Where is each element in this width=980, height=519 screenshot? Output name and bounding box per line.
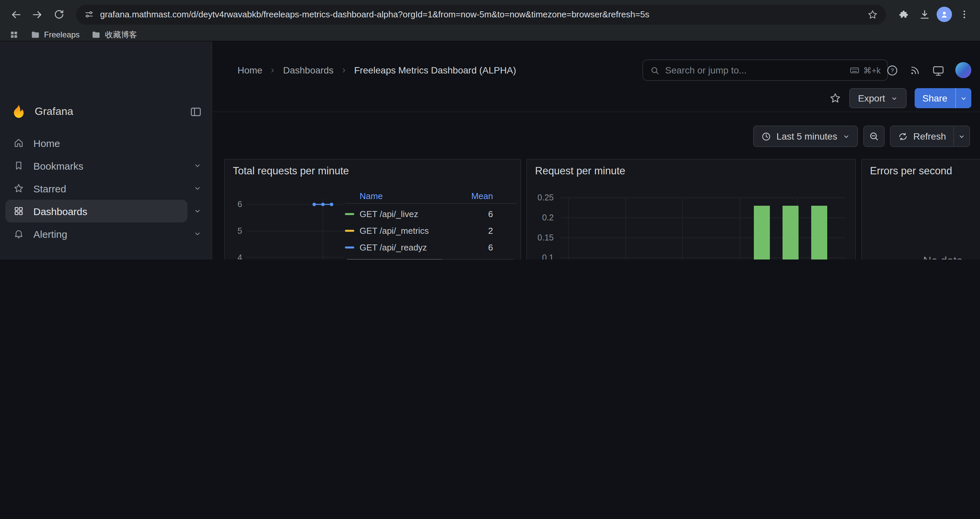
forward-button[interactable] <box>28 5 47 24</box>
series-mean: 6 <box>488 209 517 219</box>
browser-toolbar: grafana.mathmast.com/d/deytv4rwavabkb/fr… <box>0 0 980 29</box>
browser-menu-icon[interactable] <box>955 5 973 24</box>
expand-chevron-icon[interactable] <box>188 184 207 192</box>
export-label: Export <box>858 93 885 104</box>
downloads-icon[interactable] <box>915 5 934 24</box>
sidebar-item-alerting: Alerting <box>0 222 212 245</box>
bookmark-folder-blogs[interactable]: 收藏博客 <box>92 29 137 40</box>
series-name[interactable]: GET /api/_livez <box>360 209 418 219</box>
panel-request-per-minute: Request per minute 0.250.20.150.10.050 1… <box>527 159 856 260</box>
search-input[interactable]: Search or jump to... ⌘+k <box>643 59 888 81</box>
breadcrumb-home[interactable]: Home <box>237 65 262 75</box>
clock-icon <box>761 131 771 141</box>
grafana-sidebar: Grafana Home Bookmarks S <box>0 42 212 260</box>
news-rss-icon[interactable] <box>909 64 921 76</box>
share-menu-chevron[interactable] <box>955 88 971 108</box>
sidebar-item-label: Alerting <box>33 228 67 240</box>
series-swatch <box>345 213 354 215</box>
sidebar-link-starred[interactable]: Starred <box>5 177 188 200</box>
series-swatch <box>345 246 354 249</box>
breadcrumb: Home Dashboards Freeleaps Metrics Dashbo… <box>237 64 516 77</box>
share-split-button: Share <box>914 88 971 108</box>
sidebar-item-dashboards: Dashboards <box>0 200 212 222</box>
dock-menu-icon[interactable] <box>189 105 202 118</box>
share-button[interactable]: Share <box>914 88 955 108</box>
url-bar[interactable]: grafana.mathmast.com/d/deytv4rwavabkb/fr… <box>76 4 886 24</box>
sidebar-nav: Home Bookmarks Starred <box>0 132 212 245</box>
legend-header-mean[interactable]: Mean <box>471 191 517 201</box>
refresh-interval-chevron[interactable] <box>953 126 969 146</box>
expand-chevron-icon[interactable] <box>188 230 207 238</box>
sidebar-link-home[interactable]: Home <box>5 132 188 154</box>
help-icon[interactable] <box>886 64 899 77</box>
search-icon <box>650 65 660 75</box>
line-chart <box>245 193 345 260</box>
legend-row: GET /api/_readyz 6 <box>345 239 517 256</box>
brand-name: Grafana <box>35 105 73 118</box>
export-button[interactable]: Export <box>849 88 906 108</box>
url-text: grafana.mathmast.com/d/deytv4rwavabkb/fr… <box>100 10 861 19</box>
legend-scrollbar[interactable] <box>345 259 515 260</box>
kiosk-monitor-icon[interactable] <box>932 64 945 77</box>
sidebar-item-label: Starred <box>33 183 66 194</box>
panel-errors-per-second: Errors per second No data <box>861 159 980 260</box>
expand-chevron-icon[interactable] <box>188 207 207 215</box>
reload-button[interactable] <box>49 5 68 24</box>
browser-profile-avatar[interactable] <box>937 7 952 22</box>
bookmarks-bar: Freeleaps 收藏博客 <box>0 29 980 42</box>
panel-title[interactable]: Request per minute <box>535 165 625 177</box>
refresh-split-button: Refresh <box>890 126 970 147</box>
sidebar-item-home: Home <box>0 132 212 154</box>
dashboard-actions: Export Share <box>829 88 971 108</box>
legend-header-name[interactable]: Name <box>345 191 383 201</box>
sidebar-link-dashboards[interactable]: Dashboards <box>5 200 188 222</box>
header-icons <box>886 61 971 79</box>
apps-grid-icon[interactable] <box>10 30 19 39</box>
legend-row: GET /api/_livez 6 <box>345 206 517 222</box>
no-data-message: No data <box>862 254 980 260</box>
sidebar-link-bookmarks[interactable]: Bookmarks <box>5 154 188 177</box>
scrollbar-thumb[interactable] <box>345 259 444 260</box>
back-button[interactable] <box>7 5 25 24</box>
series-name[interactable]: GET /api/_metrics <box>360 226 429 236</box>
legend-header: Name Mean <box>345 189 517 204</box>
time-range-label: Last 5 minutes <box>776 131 837 142</box>
refresh-icon <box>898 131 908 141</box>
refresh-label: Refresh <box>913 131 946 142</box>
zoom-out-button[interactable] <box>863 126 885 147</box>
keyboard-icon <box>849 65 860 75</box>
panel-title[interactable]: Total requests per minute <box>233 165 349 177</box>
bookmark-folder-freeleaps[interactable]: Freeleaps <box>31 30 80 39</box>
sidebar-item-label: Bookmarks <box>33 160 83 171</box>
breadcrumb-current: Freeleaps Metrics Dashboard (ALPHA) <box>354 65 516 75</box>
star-icon <box>13 183 24 194</box>
extensions-icon[interactable] <box>894 5 913 24</box>
site-info-icon[interactable] <box>84 10 94 19</box>
expand-chevron-icon[interactable] <box>188 162 207 170</box>
home-icon <box>13 137 24 148</box>
sidebar-link-alerting[interactable]: Alerting <box>5 222 188 245</box>
panel-title[interactable]: Errors per second <box>870 165 952 177</box>
legend-table: Name Mean GET /api/_livez 6 GET /api/_me… <box>345 189 517 256</box>
time-range-picker[interactable]: Last 5 minutes <box>753 126 858 147</box>
search-placeholder: Search or jump to... <box>665 65 844 75</box>
bookmark-label: Freeleaps <box>44 30 80 39</box>
bookmark-star-icon[interactable] <box>867 9 878 20</box>
legend-row: GET /api/_metrics 2 <box>345 222 517 239</box>
series-name[interactable]: GET /api/_readyz <box>360 243 427 252</box>
bookmark-icon <box>13 160 24 171</box>
breadcrumb-dashboards[interactable]: Dashboards <box>283 65 334 75</box>
grafana-brand[interactable]: Grafana <box>11 97 73 126</box>
favorite-star-icon[interactable] <box>829 92 841 104</box>
search-shortcut: ⌘+k <box>863 65 881 75</box>
user-avatar[interactable] <box>955 62 971 78</box>
refresh-button[interactable]: Refresh <box>891 126 953 146</box>
dashboards-icon <box>13 206 24 216</box>
series-mean: 6 <box>488 243 517 252</box>
chevron-right-icon <box>340 67 348 74</box>
header-divider <box>212 112 980 112</box>
screen: grafana.mathmast.com/d/deytv4rwavabkb/fr… <box>0 0 980 260</box>
folder-icon <box>92 30 101 39</box>
bar-chart <box>559 193 847 260</box>
y-axis-labels: 65432 <box>225 199 242 260</box>
